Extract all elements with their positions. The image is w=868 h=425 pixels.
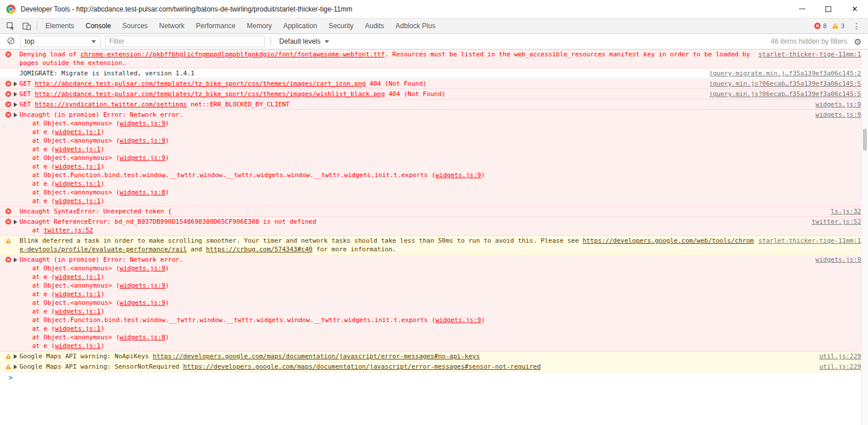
warning-icon [5, 353, 11, 359]
error-count-badge[interactable]: 8 [814, 22, 827, 29]
message-link[interactable]: widgets.js:1 [55, 146, 101, 153]
tab-audits[interactable]: Audits [359, 18, 389, 33]
warning-count: 3 [841, 22, 844, 29]
message-link[interactable]: http://abcdance.test-pulsar.com/template… [35, 90, 385, 98]
tab-application[interactable]: Application [277, 18, 323, 33]
tab-memory[interactable]: Memory [241, 18, 277, 33]
scrollbar-track[interactable] [861, 49, 868, 425]
console-toolbar: top Default levels 46 items hidden by fi… [0, 34, 868, 49]
message-link[interactable]: https://developers.google.com/web/tools/… [20, 237, 754, 253]
source-location-link[interactable]: twitter.js:52 [812, 217, 861, 226]
message-link[interactable]: widgets.js:1 [55, 342, 101, 350]
message-link[interactable]: twitter.js:52 [44, 227, 93, 234]
error-icon [5, 112, 11, 118]
message-link[interactable]: widgets.js:1 [55, 163, 101, 170]
message-link[interactable]: widgets.js:8 [119, 189, 165, 196]
window-controls: ✕ [789, 0, 868, 18]
tab-console[interactable]: Console [80, 18, 117, 33]
error-count: 8 [823, 22, 827, 29]
expand-arrow-icon[interactable] [14, 220, 17, 224]
source-location-link[interactable]: util.js:229 [819, 362, 861, 371]
source-location-link[interactable]: starlet-thicker-tige-11mm:1 [758, 50, 861, 59]
execution-context-selector[interactable]: top [20, 36, 101, 47]
message-link[interactable]: widgets.js:8 [119, 334, 165, 341]
message-text: Google Maps API warning: NoApiKeys https… [20, 353, 480, 360]
error-icon [5, 256, 11, 263]
expand-arrow-icon[interactable] [14, 258, 17, 262]
message-link[interactable]: widgets.js:9 [119, 299, 165, 307]
message-link[interactable]: widgets.js:9 [119, 120, 165, 127]
error-icon [5, 51, 11, 58]
source-location-link[interactable]: widgets.js:9 [816, 255, 861, 264]
device-toolbar-button[interactable] [18, 18, 34, 33]
stack-frame: at e (widgets.js:1) [0, 290, 868, 298]
error-badge-icon [814, 22, 821, 29]
tab-network[interactable]: Network [153, 18, 190, 33]
message-link[interactable]: widgets.js:1 [55, 290, 101, 298]
kebab-menu-icon[interactable]: ⋮ [850, 21, 863, 30]
expand-arrow-icon[interactable] [14, 113, 17, 117]
tab-adblock-plus[interactable]: Adblock Plus [390, 18, 441, 33]
log-levels-dropdown[interactable]: Default levels [279, 37, 329, 45]
message-link[interactable]: widgets.js:1 [55, 180, 101, 187]
message-link[interactable]: chrome-extension://pkbffbhglicfngmppdlpm… [80, 51, 385, 58]
tab-elements[interactable]: Elements [40, 18, 80, 33]
minimize-button[interactable] [789, 0, 815, 18]
source-location-link[interactable]: starlet-thicker-tige-11mm:1 [758, 236, 861, 245]
chevron-down-icon [325, 40, 329, 43]
titlebar: Developer Tools - http://abcdance.test-p… [0, 0, 868, 18]
stack-frame: at e (widgets.js:1) [0, 179, 868, 188]
message-text: JQMIGRATE: Migrate is installed, version… [20, 70, 195, 77]
expand-arrow-icon[interactable] [14, 102, 17, 107]
scrollbar-thumb[interactable] [863, 129, 867, 151]
source-location-link[interactable]: jquery-migrate.min.j…f35a139ef3a06c145:2 [709, 69, 861, 78]
message-link[interactable]: widgets.js:1 [55, 325, 101, 332]
message-link[interactable]: widgets.js:1 [55, 197, 101, 205]
message-link[interactable]: widgets.js:9 [119, 282, 165, 289]
expand-arrow-icon[interactable] [14, 82, 17, 86]
clear-console-button[interactable] [3, 34, 18, 49]
console-message-warning: util.js:229Google Maps API warning: NoAp… [0, 351, 868, 362]
expand-arrow-icon[interactable] [14, 354, 17, 359]
chevron-down-icon [91, 40, 96, 43]
message-link[interactable]: widgets.js:9 [119, 154, 165, 162]
message-link[interactable]: widgets.js:9 [435, 316, 481, 324]
tab-sources[interactable]: Sources [117, 18, 153, 33]
filter-input[interactable] [105, 36, 265, 47]
message-link[interactable]: widgets.js:9 [435, 171, 481, 179]
message-link[interactable]: widgets.js:9 [119, 265, 165, 272]
close-icon: ✕ [852, 5, 858, 13]
maximize-button[interactable] [815, 0, 842, 18]
console-prompt-input[interactable] [17, 374, 868, 382]
message-link[interactable]: https://developers.google.com/maps/docum… [183, 363, 541, 370]
source-location-link[interactable]: widgets.js:9 [816, 110, 861, 119]
stack-frame: at e (widgets.js:1) [0, 197, 868, 205]
message-link[interactable]: widgets.js:1 [55, 273, 101, 281]
source-location-link[interactable]: jquery.min.js?06ecab…f35a139ef3a06c145:5 [709, 90, 861, 98]
warning-count-badge[interactable]: 3 [832, 22, 844, 29]
stack-frame: at Object.<anonymous> (widgets.js:9) [0, 136, 868, 145]
source-location-link[interactable]: jquery.min.js?06ecab…f35a139ef3a06c145:5 [709, 79, 861, 88]
message-link[interactable]: widgets.js:1 [55, 128, 101, 136]
gear-icon[interactable]: ⚙ [854, 37, 862, 46]
console-prompt[interactable]: > [0, 372, 868, 385]
stack-frame: at Object.Function.bind.test.window.__tw… [0, 171, 868, 179]
console-messages: starlet-thicker-tige-11mm:1Denying load … [0, 49, 868, 372]
message-link[interactable]: widgets.js:9 [119, 137, 165, 144]
tab-performance[interactable]: Performance [190, 18, 241, 33]
warning-badge-icon [832, 22, 839, 29]
tab-security[interactable]: Security [323, 18, 359, 33]
message-link[interactable]: widgets.js:1 [55, 308, 101, 315]
message-link[interactable]: https://crbug.com/574343#c40 [206, 246, 313, 253]
message-link[interactable]: https://syndication.twitter.com/settings [35, 101, 187, 108]
expand-arrow-icon[interactable] [14, 92, 17, 97]
message-link[interactable]: https://developers.google.com/maps/docum… [153, 353, 480, 360]
source-location-link[interactable]: ls.js:32 [831, 207, 861, 216]
message-link[interactable]: http://abcdance.test-pulsar.com/template… [35, 80, 366, 87]
source-location-link[interactable]: widgets.js:9 [816, 100, 861, 109]
expand-arrow-icon[interactable] [14, 365, 17, 369]
close-button[interactable]: ✕ [842, 0, 868, 18]
inspect-element-button[interactable] [2, 18, 18, 33]
source-location-link[interactable]: util.js:229 [819, 352, 861, 361]
maximize-icon [825, 6, 831, 12]
